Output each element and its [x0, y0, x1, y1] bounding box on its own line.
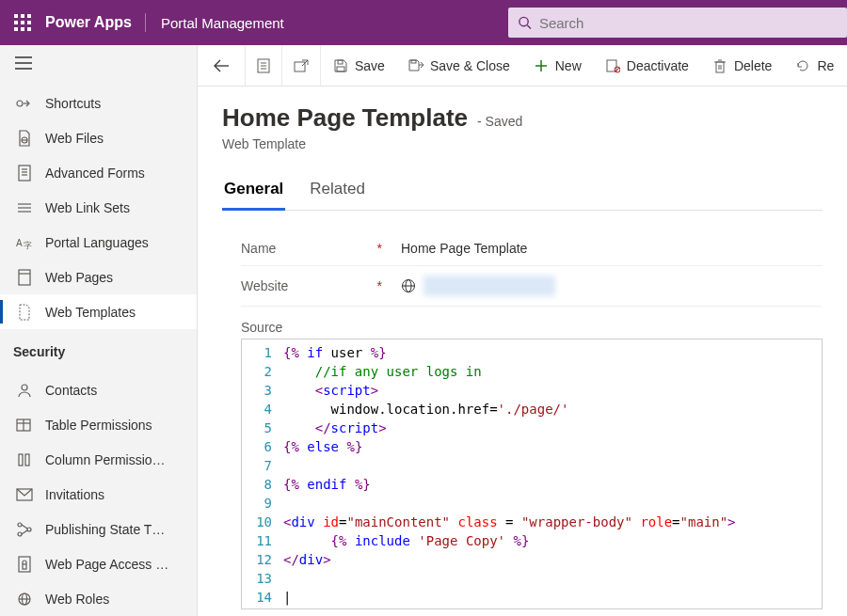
deactivate-button[interactable]: Deactivate: [593, 45, 700, 87]
svg-text:字: 字: [24, 241, 32, 250]
open-new-window-button[interactable]: [282, 45, 320, 87]
website-field-value[interactable]: [401, 276, 823, 296]
form-selector-button[interactable]: [246, 45, 281, 87]
refresh-label: Re: [817, 58, 834, 73]
webroles-icon: [13, 592, 36, 607]
source-line[interactable]: 11 {% include 'Page Copy' %}: [242, 531, 822, 550]
product-brand: Power Apps: [45, 14, 145, 31]
sidebar-item-tableperm[interactable]: Table Permissions: [0, 407, 197, 442]
source-line[interactable]: 3 <script>: [242, 381, 822, 400]
sidebar-item-label: Contacts: [45, 383, 97, 398]
sidebar-item-advforms[interactable]: Advanced Forms: [0, 155, 197, 190]
sidebar-item-label: Column Permissio…: [45, 452, 166, 467]
search-input[interactable]: [539, 15, 838, 31]
source-line[interactable]: 7: [242, 456, 822, 475]
svg-rect-44: [337, 67, 344, 71]
refresh-icon: [794, 58, 811, 73]
svg-point-19: [22, 385, 27, 390]
sidebar-item-webtemplates[interactable]: Web Templates: [0, 294, 197, 329]
sidebar-item-webfiles[interactable]: Web Files: [0, 120, 197, 155]
tab-general[interactable]: General: [222, 172, 285, 211]
search-icon: [518, 15, 532, 30]
advforms-icon: [13, 165, 36, 182]
save-close-button[interactable]: Save & Close: [396, 45, 521, 87]
line-number: 14: [242, 588, 283, 607]
svg-rect-8: [19, 166, 30, 181]
app-launcher-button[interactable]: [0, 0, 45, 45]
source-line[interactable]: 10<div id="mainContent" class = "wrapper…: [242, 513, 822, 531]
sidebar-item-label: Web Pages: [45, 270, 113, 285]
svg-text:A: A: [16, 238, 23, 248]
save-label: Save: [355, 58, 385, 73]
form-content: Home Page Template - Saved Web Template …: [198, 87, 847, 616]
line-number: 6: [242, 437, 283, 456]
trash-icon: [711, 58, 728, 73]
new-label: New: [555, 58, 582, 73]
field-row-website: Website *: [241, 266, 823, 307]
save-close-label: Save & Close: [430, 58, 510, 73]
weblinks-icon: [13, 201, 36, 214]
source-line[interactable]: 13: [242, 569, 822, 588]
source-line[interactable]: 6{% else %}: [242, 437, 822, 456]
sidebar-item-label: Web Link Sets: [45, 200, 130, 215]
sidebar-item-label: Advanced Forms: [45, 166, 145, 181]
svg-rect-24: [25, 454, 29, 466]
source-line[interactable]: 14|: [242, 588, 822, 607]
line-number: 5: [242, 419, 283, 437]
tableperm-icon: [13, 418, 36, 433]
sidebar-item-webroles[interactable]: Web Roles: [0, 581, 197, 616]
refresh-button[interactable]: Re: [783, 45, 845, 87]
svg-point-26: [18, 523, 22, 527]
plus-icon: [533, 59, 550, 72]
svg-line-30: [22, 530, 27, 534]
sidebar-item-webpageaccess[interactable]: Web Page Access …: [0, 546, 197, 581]
save-button[interactable]: Save: [321, 45, 396, 87]
name-field-value[interactable]: Home Page Template: [401, 241, 823, 256]
hamburger-button[interactable]: [15, 56, 32, 70]
svg-rect-17: [19, 270, 30, 285]
sidebar-item-label: Portal Languages: [45, 235, 149, 250]
global-header: Power Apps Portal Management: [0, 0, 847, 45]
tab-related[interactable]: Related: [308, 172, 367, 210]
global-search[interactable]: [508, 8, 847, 38]
delete-button[interactable]: Delete: [700, 45, 783, 87]
sidebar-item-label: Publishing State T…: [45, 522, 165, 537]
sidebar-item-label: Web Files: [45, 131, 104, 146]
source-line[interactable]: 2 //if any user logs in: [242, 362, 822, 381]
source-line[interactable]: 1{% if user %}: [242, 343, 822, 362]
line-number: 3: [242, 381, 283, 400]
svg-rect-45: [411, 60, 416, 63]
entity-label: Web Template: [222, 136, 823, 151]
sidebar-item-contacts[interactable]: Contacts: [0, 372, 197, 407]
back-icon: [213, 59, 230, 72]
sidebar-item-shortcuts[interactable]: Shortcuts: [0, 86, 197, 120]
sidebar-item-webpages[interactable]: Web Pages: [0, 260, 197, 294]
sidebar-item-languages[interactable]: A字Portal Languages: [0, 225, 197, 260]
main-area: Save Save & Close New Deactivate Delete: [198, 45, 847, 616]
sidebar-item-weblinks[interactable]: Web Link Sets: [0, 190, 197, 225]
sidebar-item-columnperm[interactable]: Column Permissio…: [0, 442, 197, 477]
name-field-label: Name: [241, 241, 276, 256]
line-number: 10: [242, 513, 283, 531]
webfiles-icon: [13, 130, 36, 147]
source-line[interactable]: 12</div>: [242, 550, 822, 569]
sidebar-item-invitations[interactable]: Invitations: [0, 477, 197, 512]
source-line[interactable]: 4 window.location.href='./page/': [242, 400, 822, 419]
save-state: - Saved: [477, 114, 522, 129]
sidebar-item-pubstate[interactable]: Publishing State T…: [0, 512, 197, 546]
required-marker: *: [377, 278, 382, 293]
source-line[interactable]: 9: [242, 494, 822, 513]
back-button[interactable]: [198, 45, 245, 87]
svg-rect-32: [23, 564, 26, 569]
source-line[interactable]: 5 </script>: [242, 419, 822, 437]
deactivate-label: Deactivate: [627, 58, 689, 73]
sidebar-item-label: Web Roles: [45, 592, 109, 607]
webpages-icon: [13, 269, 36, 286]
line-number: 9: [242, 494, 283, 513]
globe-icon: [401, 278, 416, 293]
new-button[interactable]: New: [521, 45, 593, 87]
svg-point-28: [27, 528, 31, 531]
source-line[interactable]: 8{% endif %}: [242, 475, 822, 494]
source-code-editor[interactable]: 1{% if user %}2 //if any user logs in3 <…: [241, 339, 823, 609]
svg-line-1: [527, 25, 531, 29]
